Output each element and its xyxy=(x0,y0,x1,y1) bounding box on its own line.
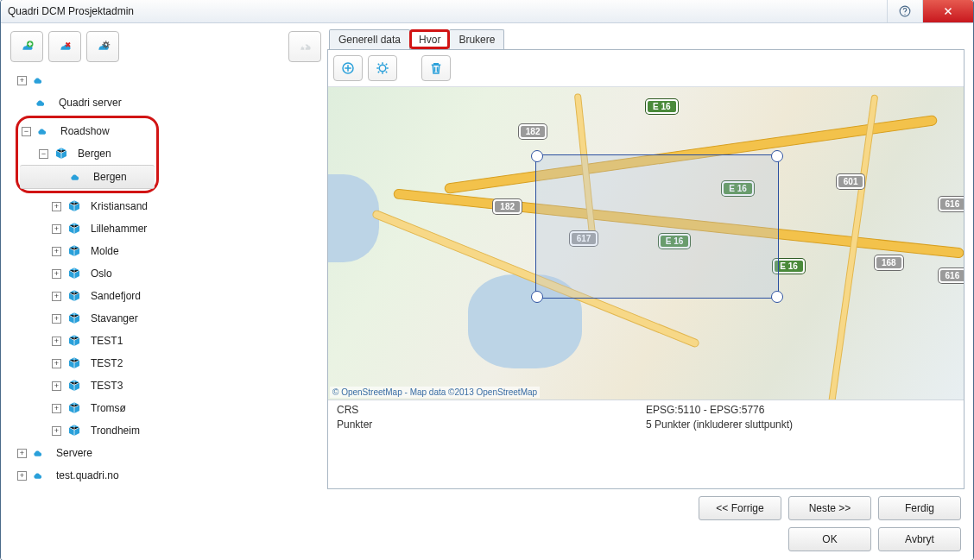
tab-label: Generell data xyxy=(338,34,401,46)
cube-icon xyxy=(66,378,82,393)
tree-expand[interactable]: + xyxy=(10,69,321,91)
tree-item-molde[interactable]: + Molde xyxy=(10,240,321,262)
close-button[interactable] xyxy=(922,0,973,22)
cloud-icon xyxy=(36,123,52,139)
button-label: OK xyxy=(822,533,837,545)
tree-label: Molde xyxy=(87,243,123,259)
tree-item-stavanger[interactable]: + Stavanger xyxy=(10,307,321,330)
app-window: Quadri DCM Prosjektadmin xyxy=(0,0,974,560)
cube-icon xyxy=(54,146,69,161)
tree-label: Roadshow xyxy=(57,123,113,139)
points-value: 5 Punkter (inkluderer sluttpunkt) xyxy=(646,418,955,431)
tree-item-tromso[interactable]: + Tromsø xyxy=(10,397,321,419)
tab-users[interactable]: Brukere xyxy=(449,29,504,49)
window-controls xyxy=(887,0,973,22)
tree-label: TEST1 xyxy=(87,333,126,349)
tree-item-sandefjord[interactable]: + Sandefjord xyxy=(10,285,321,307)
svg-point-4 xyxy=(379,65,386,72)
button-label: << Forrige xyxy=(716,502,763,514)
tree-label: TEST3 xyxy=(87,378,126,393)
tree-label: Lillehammer xyxy=(87,221,150,236)
configure-server-button[interactable] xyxy=(86,31,119,62)
tree-label: test.quadri.no xyxy=(53,468,123,483)
tree-label: Trondheim xyxy=(87,423,143,438)
cancel-button[interactable]: Avbryt xyxy=(878,527,961,551)
cloud-icon xyxy=(32,445,47,461)
road-shield: 182 xyxy=(493,199,522,214)
selection-box[interactable] xyxy=(535,154,779,299)
crs-value: EPSG:5110 - EPSG:5776 xyxy=(646,404,955,416)
map-toolbar xyxy=(328,50,964,87)
button-label: Avbryt xyxy=(905,533,934,545)
cube-icon xyxy=(66,311,82,326)
map-view[interactable]: E 16 E 16 E 16 E 16 182 182 601 617 168 … xyxy=(328,87,964,400)
tree-item-quadri-server[interactable]: Quadri server xyxy=(10,91,321,114)
tree-item-lillehammer[interactable]: + Lillehammer xyxy=(10,217,321,240)
ok-button[interactable]: OK xyxy=(788,527,871,551)
cube-icon xyxy=(66,221,82,236)
tree-item-oslo[interactable]: + Oslo xyxy=(10,262,321,285)
points-label: Punkter xyxy=(337,418,646,431)
tab-where[interactable]: Hvor xyxy=(409,29,450,49)
button-label: Neste >> xyxy=(809,502,851,514)
right-panel: Generell data Hvor Brukere xyxy=(327,30,965,489)
road-shield: 182 xyxy=(519,124,547,139)
prev-button[interactable]: << Forrige xyxy=(699,496,781,520)
resize-handle-bl[interactable] xyxy=(531,291,543,303)
add-point-button[interactable] xyxy=(333,55,363,81)
tree-item-roadshow[interactable]: − Roadshow xyxy=(20,120,155,142)
delete-button[interactable] xyxy=(421,55,451,81)
tree-item-testquadri[interactable]: + test.quadri.no xyxy=(10,464,321,487)
svg-point-1 xyxy=(904,14,905,15)
footer-buttons: << Forrige Neste >> Ferdig OK Avbryt xyxy=(9,496,965,551)
cube-icon xyxy=(66,243,82,259)
tab-label: Hvor xyxy=(419,34,440,46)
tree-label: Stavanger xyxy=(87,311,142,326)
cube-icon xyxy=(66,266,82,281)
resize-handle-br[interactable] xyxy=(771,291,783,303)
tree-item-trondheim[interactable]: + Trondheim xyxy=(10,419,321,442)
map-canvas[interactable]: E 16 E 16 E 16 E 16 182 182 601 617 168 … xyxy=(328,87,964,400)
upload-button[interactable] xyxy=(288,31,321,62)
tab-panel-where: E 16 E 16 E 16 E 16 182 182 601 617 168 … xyxy=(327,49,965,489)
tree-label: TEST2 xyxy=(87,356,126,371)
done-button[interactable]: Ferdig xyxy=(878,496,961,520)
tree-item-servere[interactable]: + Servere xyxy=(10,442,321,464)
server-tree[interactable]: + Quadri server − Roadshow − xyxy=(10,67,321,488)
map-attribution: © OpenStreetMap - Map data ©2013 OpenStr… xyxy=(330,387,540,398)
tree-label: Sandefjord xyxy=(87,288,144,304)
tree-item-bergen[interactable]: − Bergen xyxy=(20,142,155,165)
left-panel: + Quadri server − Roadshow − xyxy=(9,30,322,489)
cloud-icon xyxy=(35,95,50,110)
cube-icon xyxy=(66,423,82,438)
help-button[interactable] xyxy=(887,0,922,22)
tree-item-kristiansand[interactable]: + Kristiansand xyxy=(10,195,321,217)
fit-extent-button[interactable] xyxy=(368,55,397,81)
road-shield: 616 xyxy=(939,268,964,283)
titlebar: Quadri DCM Prosjektadmin xyxy=(1,0,973,23)
cloud-icon xyxy=(69,169,85,185)
content: + Quadri server − Roadshow − xyxy=(1,23,973,560)
tabstrip: Generell data Hvor Brukere xyxy=(329,30,965,49)
tree-item-bergen-selected[interactable]: Bergen xyxy=(20,165,155,189)
left-toolbar xyxy=(10,31,321,62)
tree-item-test2[interactable]: + TEST2 xyxy=(10,352,321,374)
tab-general[interactable]: Generell data xyxy=(329,29,410,49)
tree-label: Servere xyxy=(53,445,96,461)
crs-label: CRS xyxy=(337,404,646,416)
resize-handle-tl[interactable] xyxy=(531,150,543,162)
next-button[interactable]: Neste >> xyxy=(788,496,871,520)
tree-highlight-group: − Roadshow − Bergen Bergen xyxy=(16,116,159,193)
tree-label: Quadri server xyxy=(55,95,125,110)
remove-server-button[interactable] xyxy=(48,31,81,62)
cube-icon xyxy=(66,356,82,371)
button-label: Ferdig xyxy=(905,502,934,514)
tree-item-test3[interactable]: + TEST3 xyxy=(10,374,321,397)
tab-label: Brukere xyxy=(459,34,495,46)
add-server-button[interactable] xyxy=(10,31,43,62)
tree-item-test1[interactable]: + TEST1 xyxy=(10,330,321,352)
resize-handle-tr[interactable] xyxy=(771,150,783,162)
road-shield: E 16 xyxy=(646,99,678,114)
tree-label: Oslo xyxy=(87,266,116,281)
road-shield: 601 xyxy=(837,174,865,189)
